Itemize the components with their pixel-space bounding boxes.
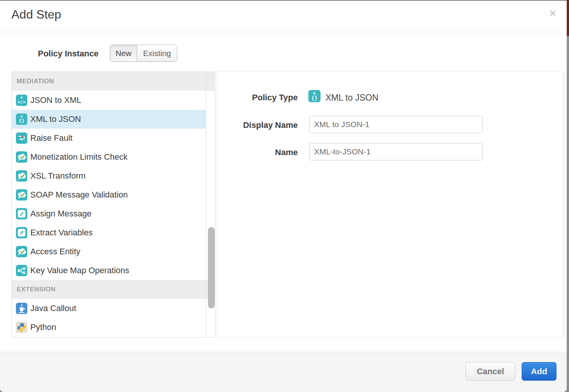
list-item-label: Monetization Limits Check (30, 152, 128, 162)
list-item-xsl-transform[interactable]: XSL Transform (12, 166, 206, 185)
cloud-check-icon (16, 151, 27, 163)
python-icon (16, 322, 27, 333)
xml-to-json-icon: {} (308, 90, 320, 102)
close-icon[interactable]: × (549, 8, 556, 19)
policy-instance-toggle: New Existing (110, 45, 177, 62)
cloud-check-icon (16, 170, 27, 182)
list-item-raise-fault[interactable]: Raise Fault (12, 129, 206, 148)
name-input[interactable] (309, 143, 483, 160)
list-item-label: XSL Transform (30, 171, 86, 181)
list-scrollbar-thumb[interactable] (208, 227, 215, 308)
list-item-java-callout[interactable]: Java Callout (12, 299, 206, 318)
extract-variables-icon (16, 227, 27, 238)
section-header-mediation: MEDIATION (12, 72, 215, 91)
svg-text:</>: </> (18, 100, 26, 105)
list-item-python[interactable]: Python (12, 318, 206, 337)
cloud-check-icon (16, 246, 27, 257)
name-label: Name (216, 148, 298, 157)
svg-text:{}: {} (19, 118, 25, 124)
list-item-label: Assign Message (30, 209, 91, 219)
raise-fault-icon (16, 132, 27, 144)
cancel-button[interactable]: Cancel (466, 362, 515, 381)
list-item-label: Access Entity (30, 247, 80, 257)
json-to-xml-icon: </> (16, 95, 27, 106)
list-scrollbar-divider (206, 72, 206, 337)
section-header-extension: EXTENSION (12, 280, 215, 299)
list-item-label: Python (30, 322, 56, 332)
list-item-label: JSON to XML (30, 95, 81, 105)
list-item-label: Raise Fault (30, 133, 72, 143)
list-item-label: XML to JSON (30, 114, 81, 124)
xml-to-json-icon: {} (16, 114, 27, 125)
display-name-label: Display Name (216, 120, 298, 130)
list-item-label: Extract Variables (30, 228, 93, 238)
assign-message-icon (16, 208, 27, 219)
list-item-label: SOAP Message Validation (30, 190, 128, 200)
policy-type-value: XML to JSON (325, 93, 378, 103)
toggle-new-button[interactable]: New (110, 45, 137, 61)
list-item-access-entity[interactable]: Access Entity (12, 242, 206, 261)
dialog-title: Add Step (11, 8, 61, 22)
display-name-input[interactable] (309, 116, 483, 133)
list-item-xml-to-json[interactable]: {} XML to JSON (12, 110, 206, 129)
toggle-existing-button[interactable]: Existing (137, 45, 177, 61)
list-item-key-value-map-operations[interactable]: Key Value Map Operations (12, 261, 206, 280)
policy-instance-label: Policy Instance (38, 49, 98, 59)
svg-text:{}: {} (311, 95, 318, 101)
policy-form-panel: Policy Type {} XML to JSON Display Name … (216, 72, 564, 338)
list-item-soap-message-validation[interactable]: SOAP Message Validation (12, 185, 206, 204)
cloud-check-icon (16, 189, 27, 201)
list-item-monetization-limits-check[interactable]: Monetization Limits Check (12, 148, 206, 166)
dialog-footer: Cancel Add (0, 352, 567, 392)
add-step-dialog: Add Step × Policy Instance New Existing … (0, 0, 567, 392)
dialog-header: Add Step × (0, 1, 567, 32)
policy-type-list: MEDIATION </> JSON to XML {} XML to JSON (11, 72, 215, 338)
list-item-assign-message[interactable]: Assign Message (12, 204, 206, 223)
list-item-json-to-xml[interactable]: </> JSON to XML (12, 91, 206, 110)
policy-type-label: Policy Type (216, 93, 298, 103)
list-item-label: Key Value Map Operations (30, 266, 129, 275)
list-item-label: Java Callout (30, 303, 76, 313)
java-icon (16, 303, 27, 314)
key-value-map-icon (16, 265, 27, 276)
add-button[interactable]: Add (522, 362, 556, 381)
list-item-extract-variables[interactable]: Extract Variables (12, 223, 206, 242)
